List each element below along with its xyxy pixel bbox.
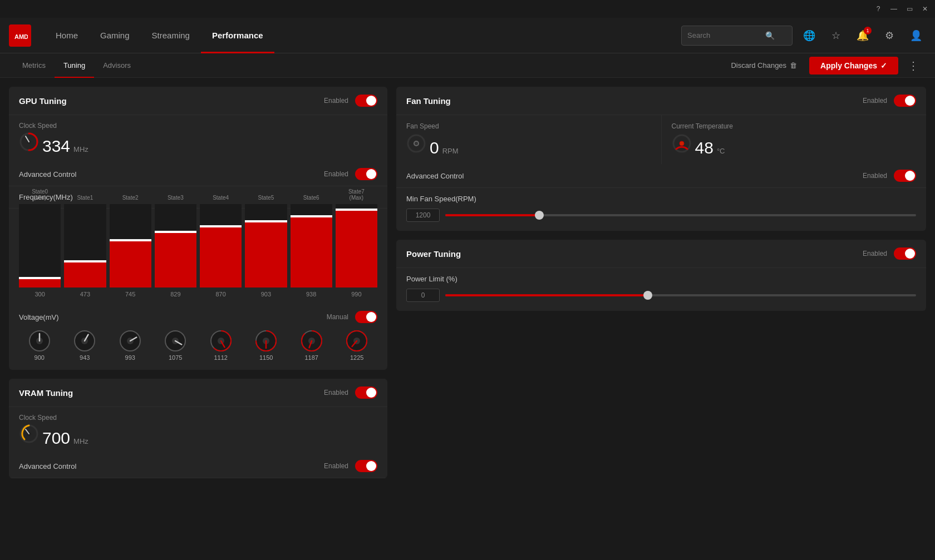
favorites-icon-btn[interactable]: ☆ [826, 26, 846, 46]
nav-links: Home Gaming Streaming Performance [45, 18, 681, 53]
fan-adv-ctrl-label: Advanced Control [406, 172, 464, 180]
fan-adv-ctrl-toggle[interactable] [894, 170, 916, 182]
freq-bar-5[interactable] [245, 204, 287, 288]
temp-dial [672, 133, 692, 153]
voltage-knob-svg-0[interactable] [28, 330, 51, 352]
tab-metrics[interactable]: Metrics [13, 53, 55, 78]
min-fan-speed-thumb[interactable] [535, 211, 544, 220]
voltage-knob-wrap-0: 900 [28, 330, 51, 361]
vram-clock-value-row: 700 MHz [19, 424, 88, 448]
amd-logo: AMD [9, 24, 31, 47]
voltage-knob-val-7: 1225 [350, 354, 363, 361]
fan-adv-right: Enabled [863, 170, 916, 182]
checkmark-icon: ✓ [880, 61, 887, 70]
vram-tuning-toggle[interactable] [355, 386, 377, 399]
power-tuning-toggle[interactable] [894, 247, 916, 260]
discard-changes-button[interactable]: Discard Changes 🗑 [725, 58, 803, 73]
power-limit-track[interactable] [445, 294, 916, 296]
vram-adv-enabled-label: Enabled [324, 462, 348, 470]
right-column: Fan Tuning Enabled Fan Speed [396, 87, 926, 551]
fan-tuning-toggle[interactable] [894, 95, 916, 107]
voltage-knob-svg-7[interactable] [346, 330, 368, 352]
vram-tuning-card: VRAM Tuning Enabled Clock Speed [9, 379, 387, 478]
vram-adv-ctrl-row: Advanced Control Enabled [9, 454, 387, 478]
gpu-adv-enabled-label: Enabled [324, 170, 348, 178]
search-input[interactable] [687, 31, 765, 39]
search-box[interactable]: 🔍 [681, 26, 793, 46]
gpu-tuning-card: GPU Tuning Enabled Clock Speed [9, 87, 387, 370]
freq-bar-1[interactable] [64, 204, 106, 288]
gpu-voltage-section: Voltage(mV) Manual 900943993107511121150… [9, 304, 387, 370]
freq-bar-fill-0 [19, 279, 61, 288]
freq-bar-2[interactable] [110, 204, 151, 288]
min-fan-speed-slider-row: Min Fan Speed(RPM) [396, 188, 926, 231]
voltage-knob-svg-5[interactable] [255, 330, 277, 352]
voltage-knob-svg-6[interactable] [301, 330, 323, 352]
freq-bar-wrap-7: State7 (Max)990 [336, 185, 377, 298]
more-options-button[interactable]: ⋮ [905, 57, 922, 74]
min-fan-speed-slider-wrap [406, 209, 916, 222]
power-limit-slider-wrap [406, 289, 916, 302]
vram-header-right: Enabled [324, 386, 377, 399]
freq-bar-white-3 [155, 231, 196, 233]
close-button[interactable]: ✕ [919, 3, 931, 14]
freq-val-label-2: 745 [125, 291, 135, 298]
gpu-tuning-toggle[interactable] [355, 95, 377, 107]
vram-adv-ctrl-toggle[interactable] [355, 460, 377, 472]
apply-changes-button[interactable]: Apply Changes ✓ [809, 57, 898, 75]
voltage-manual-toggle[interactable] [355, 311, 377, 323]
min-fan-speed-track[interactable] [445, 214, 916, 216]
freq-bar-fill-2 [110, 241, 151, 288]
svg-point-43 [680, 141, 684, 146]
voltage-knob-wrap-4: 1112 [210, 330, 232, 361]
freq-bar-wrap-3: State3829 [155, 185, 196, 298]
freq-bar-fill-3 [155, 233, 196, 288]
nav-home[interactable]: Home [45, 18, 89, 53]
search-icon: 🔍 [765, 31, 775, 40]
power-limit-thumb[interactable] [643, 291, 652, 300]
freq-val-label-3: 829 [170, 291, 180, 298]
maximize-button[interactable]: ▭ [904, 3, 915, 14]
tab-tuning[interactable]: Tuning [55, 53, 94, 78]
notifications-icon-btn[interactable]: 🔔 1 [853, 26, 873, 46]
discard-label: Discard Changes [731, 61, 786, 70]
sub-nav-actions: Discard Changes 🗑 Apply Changes ✓ ⋮ [725, 57, 922, 75]
voltage-knob-svg-1[interactable] [73, 330, 96, 352]
power-limit-input[interactable] [406, 289, 440, 302]
vram-clock-unit: MHz [73, 437, 88, 445]
voltage-knob-svg-4[interactable] [210, 330, 232, 352]
gpu-adv-ctrl-label: Advanced Control [19, 170, 76, 179]
voltage-knob-svg-2[interactable] [119, 330, 141, 352]
gpu-clock-dial [19, 132, 39, 152]
voltage-knob-svg-3[interactable] [164, 330, 186, 352]
tab-advisors[interactable]: Advisors [94, 53, 140, 78]
freq-bar-4[interactable] [200, 204, 242, 288]
help-button[interactable]: ? [873, 3, 884, 14]
freq-bar-3[interactable] [155, 204, 196, 288]
min-fan-speed-input[interactable] [406, 209, 440, 222]
nav-streaming[interactable]: Streaming [141, 18, 201, 53]
account-icon-btn[interactable]: 👤 [906, 26, 926, 46]
freq-state-label-4: State4 [213, 185, 229, 201]
svg-text:AMD: AMD [14, 33, 28, 40]
vram-clock-row: Clock Speed 700 MHz [9, 407, 387, 454]
freq-bar-wrap-6: State6938 [291, 185, 332, 298]
apply-label: Apply Changes [820, 61, 877, 70]
minimize-button[interactable]: — [888, 3, 899, 14]
globe-icon-btn[interactable]: 🌐 [799, 26, 819, 46]
nav-gaming[interactable]: Gaming [89, 18, 141, 53]
nav-performance[interactable]: Performance [201, 18, 274, 53]
freq-state-label-3: State3 [168, 185, 184, 201]
gpu-tuning-header-right: Enabled [324, 95, 377, 107]
gpu-adv-ctrl-toggle[interactable] [355, 168, 377, 180]
fan-tuning-card: Fan Tuning Enabled Fan Speed [396, 87, 926, 231]
freq-state-label-5: State5 [258, 185, 274, 201]
freq-bar-white-4 [200, 225, 242, 227]
freq-bar-0[interactable] [19, 204, 61, 288]
settings-icon-btn[interactable]: ⚙ [879, 26, 899, 46]
freq-bar-7[interactable] [336, 204, 377, 288]
gpu-enabled-label: Enabled [324, 97, 348, 105]
main-content: GPU Tuning Enabled Clock Speed [0, 78, 935, 560]
voltage-knob-wrap-6: 1187 [301, 330, 323, 361]
freq-bar-6[interactable] [291, 204, 332, 288]
